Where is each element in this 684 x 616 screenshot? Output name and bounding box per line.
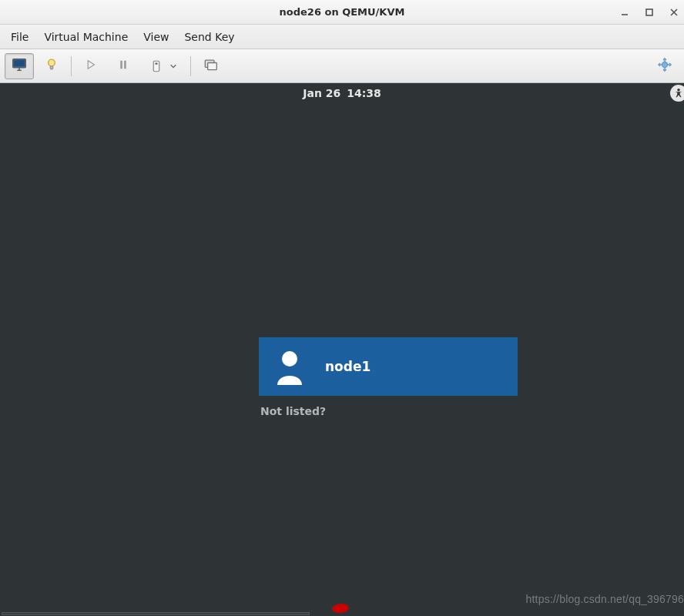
redhat-logo	[330, 599, 354, 616]
svg-rect-5	[14, 60, 25, 66]
pause-button[interactable]	[109, 53, 138, 79]
svg-point-23	[677, 89, 680, 92]
svg-rect-1	[646, 9, 652, 15]
usb-redirect-button[interactable]	[650, 53, 679, 79]
power-icon	[149, 59, 177, 73]
guest-display[interactable]: Jan 26 14:38 node1 Not listed? https://b…	[0, 83, 684, 616]
login-user-name: node1	[325, 359, 370, 374]
guest-date: Jan 26	[303, 87, 340, 99]
show-details-button[interactable]	[37, 53, 66, 79]
guest-topbar: Jan 26 14:38	[0, 83, 684, 103]
svg-point-24	[282, 351, 297, 367]
window-title: node26 on QEMU/KVM	[280, 6, 405, 18]
show-console-button[interactable]	[5, 53, 34, 79]
menu-virtual-machine[interactable]: Virtual Machine	[36, 28, 136, 46]
toolbar-separator	[190, 56, 191, 76]
guest-time: 14:38	[347, 87, 381, 99]
svg-rect-9	[50, 66, 52, 69]
login-user-card[interactable]: node1	[259, 337, 518, 396]
svg-rect-13	[124, 60, 126, 69]
svg-rect-14	[153, 61, 159, 72]
menu-file[interactable]: File	[3, 28, 36, 46]
toolbar-separator	[71, 56, 72, 76]
user-avatar-icon	[273, 346, 307, 387]
svg-rect-12	[120, 60, 122, 69]
lightbulb-icon	[44, 57, 59, 75]
toolbar	[0, 49, 684, 83]
close-button[interactable]	[669, 7, 679, 18]
usb-redirect-icon	[654, 57, 676, 75]
monitor-icon	[11, 56, 28, 76]
maximize-button[interactable]	[644, 7, 655, 18]
horizontal-scrollbar[interactable]	[2, 612, 310, 615]
chevron-down-icon	[169, 62, 177, 70]
window-controls	[619, 7, 679, 18]
watermark-text: https://blog.csdn.net/qq_39679699	[526, 593, 684, 605]
run-button[interactable]	[76, 53, 106, 79]
menubar: File Virtual Machine View Send Key	[0, 25, 684, 49]
menu-send-key[interactable]: Send Key	[176, 28, 242, 46]
svg-point-18	[662, 62, 668, 67]
menu-view[interactable]: View	[136, 28, 176, 46]
svg-marker-11	[88, 60, 94, 69]
svg-rect-15	[156, 62, 158, 64]
accessibility-icon[interactable]	[670, 85, 684, 102]
play-icon	[84, 58, 98, 75]
titlebar: node26 on QEMU/KVM	[0, 0, 684, 25]
fullscreen-icon	[203, 57, 218, 75]
fullscreen-button[interactable]	[196, 53, 225, 79]
svg-rect-17	[208, 62, 217, 69]
minimize-button[interactable]	[619, 7, 630, 18]
pause-icon	[116, 58, 130, 75]
login-not-listed-link[interactable]: Not listed?	[260, 405, 326, 417]
redhat-hat-icon	[330, 599, 354, 616]
svg-point-8	[49, 59, 55, 66]
guest-clock[interactable]: Jan 26 14:38	[303, 87, 381, 99]
shutdown-dropdown-button[interactable]	[141, 53, 186, 79]
